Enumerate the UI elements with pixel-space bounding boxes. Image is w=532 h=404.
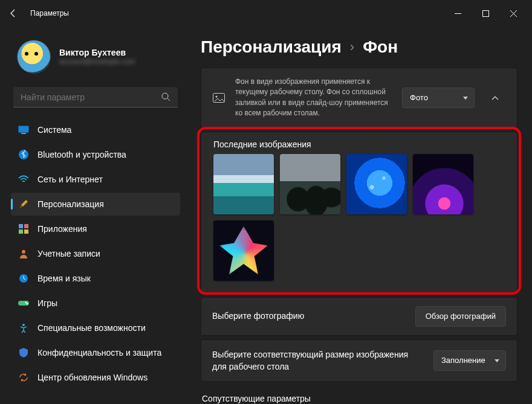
arrow-left-icon — [8, 8, 18, 18]
nav-label: Время и язык — [37, 274, 91, 283]
nav-label: Конфиденциальность и защита — [37, 348, 161, 358]
chevron-right-icon: › — [350, 39, 354, 55]
breadcrumb: Персонализация › Фон — [201, 37, 528, 57]
sidebar-item-network[interactable]: Сеть и Интернет — [11, 168, 180, 191]
recent-images-highlight: Последние изображения — [201, 132, 528, 293]
maximize-button[interactable] — [472, 4, 499, 23]
shield-icon — [18, 347, 29, 358]
svg-rect-6 — [24, 224, 28, 228]
breadcrumb-current: Фон — [363, 37, 398, 57]
sidebar-item-accessibility[interactable]: Специальные возможности — [11, 316, 180, 339]
fit-select[interactable]: Заполнение — [433, 350, 506, 371]
related-title: Сопутствующие параметры — [202, 394, 528, 403]
wallpaper-thumb[interactable] — [213, 220, 274, 281]
titlebar: Параметры — [0, 0, 532, 27]
maximize-icon — [482, 10, 489, 17]
wifi-icon — [18, 174, 29, 185]
minimize-icon — [455, 10, 461, 17]
svg-rect-3 — [21, 133, 26, 134]
nav-label: Bluetooth и устройства — [37, 150, 126, 159]
update-icon — [18, 372, 29, 383]
bluetooth-icon — [18, 149, 29, 160]
user-block[interactable]: Виктор Бухтеев account@example.com — [11, 34, 180, 85]
svg-point-13 — [27, 303, 28, 305]
close-icon — [510, 10, 517, 17]
wallpaper-thumb[interactable] — [213, 154, 274, 214]
background-type-card: Фон в виде изображения применяется к тек… — [201, 68, 517, 128]
wallpaper-thumb[interactable] — [280, 154, 340, 214]
nav-label: Учетные записи — [37, 249, 100, 258]
apps-icon — [18, 223, 29, 234]
gamepad-icon — [18, 298, 29, 309]
sidebar-item-time[interactable]: Время и язык — [11, 267, 180, 290]
accessibility-icon — [18, 322, 29, 333]
sidebar-item-privacy[interactable]: Конфиденциальность и защита — [11, 341, 180, 364]
wallpaper-thumb[interactable] — [346, 154, 407, 214]
sidebar-item-apps[interactable]: Приложения — [11, 217, 180, 240]
nav: Система Bluetooth и устройства Сеть и Ин… — [11, 118, 180, 404]
user-name: Виктор Бухтеев — [59, 48, 135, 57]
picture-icon — [212, 93, 225, 103]
fit-label: Выберите соответствующий размер изображе… — [212, 350, 408, 371]
back-button[interactable] — [5, 5, 22, 22]
search-input[interactable] — [21, 92, 161, 102]
svg-point-12 — [25, 302, 27, 304]
sidebar: Виктор Бухтеев account@example.com Систе… — [0, 27, 187, 404]
recent-images-title: Последние изображения — [213, 139, 505, 149]
svg-point-14 — [22, 324, 25, 326]
choose-photo-card: Выберите фотографию Обзор фотографий — [201, 297, 517, 336]
user-sub: account@example.com — [59, 57, 135, 66]
svg-rect-7 — [19, 229, 23, 234]
collapse-button[interactable] — [484, 87, 506, 109]
minimize-button[interactable] — [444, 4, 472, 23]
chevron-up-icon — [491, 95, 499, 100]
close-button[interactable] — [499, 4, 527, 23]
sidebar-item-update[interactable]: Центр обновления Windows — [11, 366, 180, 389]
choose-photo-label: Выберите фотографию — [212, 311, 304, 321]
svg-rect-5 — [19, 224, 23, 228]
breadcrumb-parent[interactable]: Персонализация — [201, 37, 342, 57]
sidebar-item-system[interactable]: Система — [11, 118, 180, 141]
system-icon — [18, 124, 29, 135]
nav-label: Центр обновления Windows — [37, 373, 148, 382]
nav-label: Система — [37, 125, 71, 135]
sidebar-item-personalization[interactable]: Персонализация — [11, 193, 180, 216]
sidebar-item-games[interactable]: Игры — [11, 292, 180, 315]
brush-icon — [18, 199, 29, 210]
user-icon — [18, 248, 29, 259]
nav-label: Сеть и Интернет — [37, 175, 103, 184]
svg-point-1 — [162, 93, 168, 99]
browse-photos-button[interactable]: Обзор фотографий — [415, 306, 506, 327]
avatar — [17, 40, 51, 74]
nav-label: Игры — [37, 298, 57, 308]
svg-rect-0 — [482, 10, 488, 16]
svg-point-9 — [22, 250, 25, 254]
sidebar-item-accounts[interactable]: Учетные записи — [11, 242, 180, 265]
background-desc: Фон в виде изображения применяется к тек… — [235, 77, 392, 119]
svg-rect-2 — [19, 126, 29, 133]
background-type-select[interactable]: Фото — [402, 88, 475, 108]
wallpaper-thumb[interactable] — [413, 154, 473, 214]
recent-thumbnails — [213, 154, 505, 281]
fit-card: Выберите соответствующий размер изображе… — [201, 339, 517, 382]
nav-label: Персонализация — [37, 199, 104, 209]
sidebar-item-bluetooth[interactable]: Bluetooth и устройства — [11, 143, 180, 166]
search-icon — [161, 92, 170, 101]
nav-label: Специальные возможности — [37, 323, 146, 333]
clock-icon — [18, 273, 29, 284]
main-content: Персонализация › Фон Фон в виде изображе… — [187, 27, 532, 404]
search-box[interactable] — [13, 87, 178, 107]
svg-rect-8 — [24, 229, 28, 234]
window-title: Параметры — [30, 9, 69, 18]
nav-label: Приложения — [37, 224, 87, 234]
svg-point-16 — [216, 95, 218, 97]
